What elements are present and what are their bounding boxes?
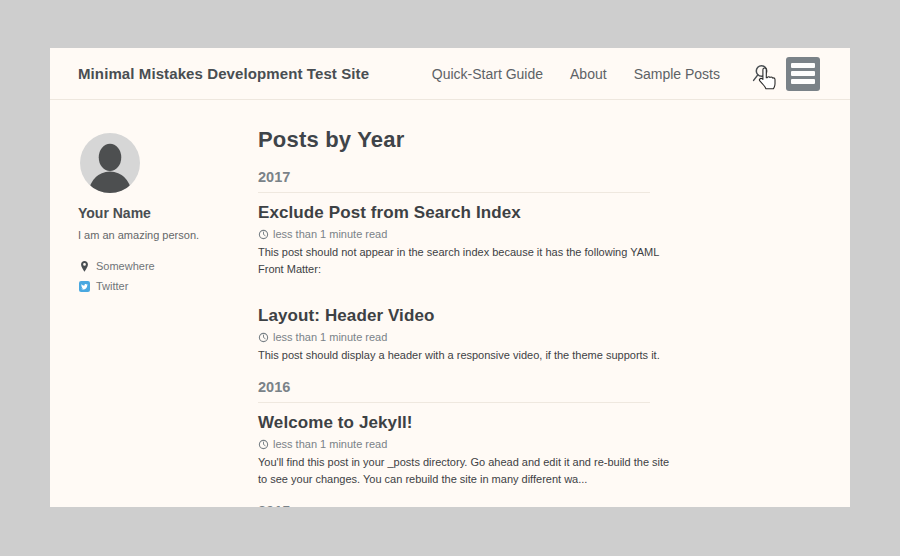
- author-bio: I am an amazing person.: [78, 229, 243, 242]
- author-location: Somewhere: [78, 256, 243, 276]
- archive-item: Layout: Header Video less than 1 minute …: [258, 304, 650, 364]
- avatar: [80, 133, 140, 193]
- author-twitter-label: Twitter: [96, 280, 128, 292]
- archive-item: Welcome to Jekyll! less than 1 minute re…: [258, 411, 650, 488]
- twitter-icon: [78, 281, 90, 292]
- year-heading: 2015: [258, 502, 650, 507]
- clock-icon: [258, 439, 269, 450]
- read-time: less than 1 minute read: [273, 227, 387, 241]
- hamburger-bar: [791, 79, 815, 84]
- author-twitter-link[interactable]: Twitter: [78, 276, 243, 296]
- post-title-link[interactable]: Welcome to Jekyll!: [258, 411, 650, 435]
- nav-sample-posts[interactable]: Sample Posts: [634, 66, 720, 82]
- post-title-link[interactable]: Layout: Header Video: [258, 304, 650, 328]
- author-links: Somewhere Twitter: [78, 256, 243, 296]
- author-name: Your Name: [78, 205, 243, 221]
- clock-icon: [258, 229, 269, 240]
- hamburger-bar: [791, 63, 815, 68]
- author-sidebar: Your Name I am an amazing person. Somewh…: [78, 133, 243, 296]
- desktop-background: Minimal Mistakes Development Test Site Q…: [0, 0, 900, 556]
- search-icon[interactable]: [750, 64, 770, 84]
- primary-nav: Quick-Start Guide About Sample Posts: [432, 66, 720, 82]
- archive-content: Posts by Year 2017 Exclude Post from Sea…: [258, 126, 650, 507]
- post-meta: less than 1 minute read: [258, 437, 650, 451]
- post-meta: less than 1 minute read: [258, 330, 650, 344]
- hamburger-menu-button[interactable]: [786, 57, 820, 91]
- site-page: Minimal Mistakes Development Test Site Q…: [50, 48, 850, 507]
- year-section-2017: 2017 Exclude Post from Search Index less…: [258, 168, 650, 364]
- year-heading: 2017: [258, 168, 650, 193]
- location-pin-icon: [78, 260, 90, 273]
- post-excerpt: This post should not appear in the searc…: [258, 244, 650, 278]
- nav-quick-start-guide[interactable]: Quick-Start Guide: [432, 66, 543, 82]
- masthead: Minimal Mistakes Development Test Site Q…: [50, 48, 850, 100]
- author-location-label: Somewhere: [96, 260, 155, 272]
- read-time: less than 1 minute read: [273, 330, 387, 344]
- post-excerpt: You'll find this post in your _posts dir…: [258, 454, 650, 488]
- year-heading: 2016: [258, 378, 650, 403]
- post-excerpt: This post should display a header with a…: [258, 347, 650, 364]
- read-time: less than 1 minute read: [273, 437, 387, 451]
- year-section-2016: 2016 Welcome to Jekyll! less than 1 minu…: [258, 378, 650, 488]
- year-section-2015: 2015: [258, 502, 650, 507]
- page-title: Posts by Year: [258, 126, 650, 154]
- clock-icon: [258, 332, 269, 343]
- hamburger-bar: [791, 71, 815, 76]
- post-meta: less than 1 minute read: [258, 227, 650, 241]
- archive-item: Exclude Post from Search Index less than…: [258, 201, 650, 278]
- nav-about[interactable]: About: [570, 66, 607, 82]
- site-title-link[interactable]: Minimal Mistakes Development Test Site: [78, 65, 369, 82]
- post-title-link[interactable]: Exclude Post from Search Index: [258, 201, 650, 225]
